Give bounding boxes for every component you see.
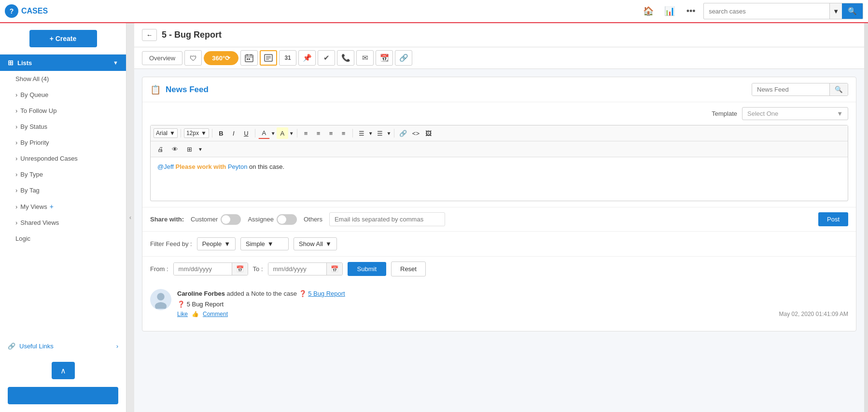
highlight-button[interactable]: A xyxy=(277,127,288,139)
sidebar-item-unresponded[interactable]: › Unresponded Cases xyxy=(0,151,126,166)
reset-button[interactable]: Reset xyxy=(391,261,426,276)
home-icon[interactable]: 🏠 xyxy=(640,2,657,20)
to-date-input[interactable] xyxy=(268,263,326,275)
news-feed-title: News Feed xyxy=(166,85,747,95)
people-dropdown[interactable]: People ▼ xyxy=(197,237,236,250)
ordered-list-button[interactable]: ☰ xyxy=(374,127,386,139)
collapse-handle[interactable]: ‹ xyxy=(126,23,134,412)
editor-toolbar-row2: 🖨 👁 ⊞ ▼ xyxy=(151,141,848,157)
preview-button[interactable]: 👁 xyxy=(169,143,181,155)
unordered-list-button[interactable]: ☰ xyxy=(356,127,367,139)
from-calendar-button[interactable]: 📅 xyxy=(232,263,248,275)
tab-pin[interactable]: 📌 xyxy=(298,50,316,66)
submit-button[interactable]: Submit xyxy=(348,262,386,276)
font-family-select[interactable]: Arial ▼ xyxy=(154,128,178,138)
from-date-input[interactable] xyxy=(174,263,232,275)
formatting-group: B I U xyxy=(215,127,252,139)
template-select[interactable]: Select One ▼ xyxy=(742,107,848,120)
scroll-up-button[interactable]: ∧ xyxy=(52,362,75,379)
sidebar-item-by-type[interactable]: › By Type xyxy=(0,166,126,182)
create-button[interactable]: + Create xyxy=(29,30,97,47)
highlight-arrow[interactable]: ▼ xyxy=(289,131,294,136)
sidebar-lists-section: ⊞ Lists ▼ Show All (4) › By Queue › To F… xyxy=(0,54,126,247)
sidebar-item-useful-links[interactable]: 🔗 Useful Links › xyxy=(0,338,126,354)
italic-button[interactable]: I xyxy=(228,127,239,139)
font-size-select[interactable]: 12px ▼ xyxy=(184,128,209,138)
customer-toggle[interactable] xyxy=(221,214,241,225)
ul-arrow[interactable]: ▼ xyxy=(368,131,373,136)
link-button[interactable]: 🔗 xyxy=(397,127,409,139)
sidebar-item-shared-views[interactable]: › Shared Views xyxy=(0,215,126,231)
bold-button[interactable]: B xyxy=(215,127,227,139)
tab-email[interactable]: ✉ xyxy=(356,50,374,66)
ol-arrow[interactable]: ▼ xyxy=(387,131,392,136)
back-button[interactable]: ← xyxy=(142,29,157,41)
page-title: 5 - Bug Report xyxy=(162,30,222,40)
font-color-button[interactable]: A xyxy=(258,127,270,139)
search-input[interactable] xyxy=(704,8,829,15)
share-with-label: Share with: xyxy=(150,216,184,223)
news-feed-search-input[interactable] xyxy=(752,83,829,96)
tab-attachment[interactable]: 🔗 xyxy=(395,50,412,66)
editor-body[interactable]: @Jeff Please work with Peyton on this ca… xyxy=(151,157,848,201)
tab-checklist[interactable]: ✔ xyxy=(318,50,335,66)
sidebar-item-my-views[interactable]: › My Views + xyxy=(0,198,126,215)
email-input[interactable] xyxy=(329,212,445,226)
font-family-arrow: ▼ xyxy=(169,130,175,137)
tab-shield[interactable]: 🛡 xyxy=(184,50,202,66)
tab-calendar-grid[interactable] xyxy=(240,50,258,66)
share-others-group: Others xyxy=(304,216,322,223)
image-button[interactable]: 🖼 xyxy=(422,127,434,139)
feed-text: Caroline Forbes added a Note to the case… xyxy=(177,289,848,299)
feed-item: Caroline Forbes added a Note to the case… xyxy=(150,289,848,323)
search-button[interactable]: 🔍 xyxy=(842,3,863,19)
tab-news-feed[interactable] xyxy=(260,50,277,66)
svg-rect-4 xyxy=(247,58,248,60)
feed-case-link[interactable]: 5 Bug Report xyxy=(308,290,345,297)
search-dropdown[interactable]: ▼ xyxy=(829,3,842,19)
sidebar-item-by-status[interactable]: › By Status xyxy=(0,119,126,135)
sidebar-item-by-tag[interactable]: › By Tag xyxy=(0,182,126,198)
add-view-icon[interactable]: + xyxy=(50,203,54,210)
template-row: Template Select One ▼ xyxy=(142,102,856,125)
sidebar-item-lists[interactable]: ⊞ Lists ▼ xyxy=(0,55,126,71)
tab-phone[interactable]: 📞 xyxy=(337,50,354,66)
chart-icon[interactable]: 📊 xyxy=(661,2,678,20)
align-center-button[interactable]: ≡ xyxy=(313,127,324,139)
tab-calendar-small[interactable]: 📆 xyxy=(376,50,393,66)
comment-link[interactable]: Comment xyxy=(203,311,228,317)
feed-case-link2[interactable]: 5 Bug Report xyxy=(187,301,224,308)
sidebar-item-by-priority[interactable]: › By Priority xyxy=(0,135,126,151)
show-all-dropdown[interactable]: Show All ▼ xyxy=(294,237,337,250)
post-button[interactable]: Post xyxy=(818,212,848,226)
sidebar-item-to-follow-up[interactable]: › To Follow Up xyxy=(0,103,126,119)
justify-button[interactable]: ≡ xyxy=(338,127,350,139)
font-color-arrow[interactable]: ▼ xyxy=(271,131,276,136)
logo-icon: ? xyxy=(5,4,18,18)
template-select-arrow: ▼ xyxy=(837,110,843,117)
underline-button[interactable]: U xyxy=(240,127,252,139)
tab-360[interactable]: 360°⟳ xyxy=(204,51,238,65)
to-calendar-button[interactable]: 📅 xyxy=(326,263,342,275)
app-logo: ? CASES xyxy=(5,4,48,18)
shared-views-label: Shared Views xyxy=(20,219,59,226)
assignee-label: Assignee xyxy=(248,216,273,223)
feed-action: added a Note to the case xyxy=(227,290,297,297)
print-button[interactable]: 🖨 xyxy=(154,143,166,155)
vertical-scrollbar[interactable] xyxy=(864,23,868,412)
align-left-button[interactable]: ≡ xyxy=(300,127,312,139)
sidebar-item-logic[interactable]: Logic xyxy=(0,231,126,247)
simple-dropdown[interactable]: Simple ▼ xyxy=(240,237,289,250)
news-feed-search-button[interactable]: 🔍 xyxy=(829,83,848,96)
table-button[interactable]: ⊞ xyxy=(183,143,195,155)
table-arrow[interactable]: ▼ xyxy=(198,147,203,152)
tab-calendar-31[interactable]: 31 xyxy=(279,50,296,66)
like-link[interactable]: Like xyxy=(177,311,188,317)
tab-overview[interactable]: Overview xyxy=(142,51,182,65)
code-button[interactable]: <> xyxy=(410,127,421,139)
sidebar-item-show-all[interactable]: Show All (4) xyxy=(0,71,126,87)
align-right-button[interactable]: ≡ xyxy=(325,127,337,139)
sidebar-item-by-queue[interactable]: › By Queue xyxy=(0,87,126,103)
more-icon[interactable]: ••• xyxy=(682,2,700,20)
assignee-toggle[interactable] xyxy=(277,214,297,225)
